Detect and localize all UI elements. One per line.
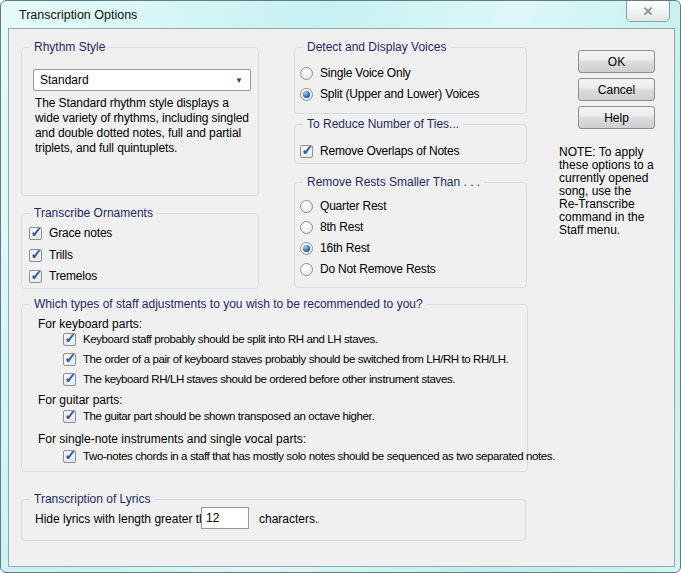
- checkbox-icon: [63, 333, 76, 346]
- radio-quarter-rest[interactable]: Quarter Rest: [300, 198, 386, 214]
- radio-icon: [300, 67, 313, 80]
- checkbox-label: The guitar part should be shown transpos…: [83, 410, 374, 422]
- keyboard-parts-heading: For keyboard parts:: [38, 317, 142, 331]
- checkbox-guitar-transpose-octave[interactable]: The guitar part should be shown transpos…: [63, 408, 374, 424]
- lyrics-length-input[interactable]: [201, 507, 249, 529]
- radio-8th-rest[interactable]: 8th Rest: [300, 219, 363, 235]
- checkbox-icon: [29, 249, 42, 262]
- guitar-parts-heading: For guitar parts:: [38, 393, 123, 407]
- reduce-ties-group-label: To Reduce Number of Ties...: [303, 117, 463, 131]
- checkbox-icon: [63, 373, 76, 386]
- checkbox-label: Grace notes: [49, 226, 112, 240]
- checkbox-trills[interactable]: Trills: [29, 247, 73, 263]
- checkbox-label: Keyboard staff probably should be split …: [83, 333, 378, 345]
- radio-single-voice-only[interactable]: Single Voice Only: [300, 65, 411, 81]
- checkbox-two-note-chords[interactable]: Two-notes chords in a staff that has mos…: [63, 448, 555, 464]
- radio-label: Do Not Remove Rests: [320, 262, 436, 276]
- note-text: NOTE: To apply these options to a curren…: [559, 146, 675, 237]
- radio-icon: [300, 200, 313, 213]
- radio-icon: [300, 263, 313, 276]
- checkbox-remove-overlaps[interactable]: Remove Overlaps of Notes: [300, 143, 459, 159]
- help-button[interactable]: Help: [578, 106, 655, 129]
- ok-button[interactable]: OK: [578, 50, 655, 73]
- checkbox-keyboard-switch-order[interactable]: The order of a pair of keyboard staves p…: [63, 351, 508, 367]
- checkbox-icon: [300, 145, 313, 158]
- rhythm-style-description: The Standard rhythm style displays a wid…: [35, 96, 255, 156]
- chevron-down-icon: ▼: [235, 76, 243, 85]
- checkbox-tremelos[interactable]: Tremelos: [29, 268, 97, 284]
- checkbox-label: Remove Overlaps of Notes: [320, 144, 459, 158]
- radio-label: 8th Rest: [320, 220, 363, 234]
- cancel-button[interactable]: Cancel: [578, 78, 655, 101]
- checkbox-keyboard-split-rh-lh[interactable]: Keyboard staff probably should be split …: [63, 331, 378, 347]
- checkbox-grace-notes[interactable]: Grace notes: [29, 225, 112, 241]
- checkbox-icon: [63, 410, 76, 423]
- checkbox-label: Two-notes chords in a staff that has mos…: [83, 450, 555, 462]
- single-note-parts-heading: For single-note instruments and single v…: [38, 432, 306, 446]
- radio-split-voices[interactable]: Split (Upper and Lower) Voices: [300, 86, 479, 102]
- radio-icon: [300, 221, 313, 234]
- remove-rests-group-label: Remove Rests Smaller Than . . .: [303, 175, 484, 189]
- checkbox-label: Trills: [49, 248, 73, 262]
- radio-icon: [300, 88, 313, 101]
- checkbox-keyboard-order-first[interactable]: The keyboard RH/LH staves should be orde…: [63, 371, 455, 387]
- radio-icon: [300, 242, 313, 255]
- checkbox-icon: [29, 270, 42, 283]
- rhythm-style-combo-value: Standard: [40, 73, 89, 87]
- radio-do-not-remove-rests[interactable]: Do Not Remove Rests: [300, 261, 436, 277]
- checkbox-label: The keyboard RH/LH staves should be orde…: [83, 373, 455, 385]
- radio-label: Split (Upper and Lower) Voices: [320, 87, 479, 101]
- lyrics-prefix-label: Hide lyrics with length greater than:: [35, 512, 222, 526]
- radio-label: Quarter Rest: [320, 199, 386, 213]
- rhythm-style-group-label: Rhythm Style: [30, 40, 109, 54]
- radio-16th-rest[interactable]: 16th Rest: [300, 240, 370, 256]
- lyrics-suffix-label: characters.: [259, 512, 318, 526]
- checkbox-label: The order of a pair of keyboard staves p…: [83, 353, 508, 365]
- rhythm-style-combobox[interactable]: Standard ▼: [33, 69, 251, 91]
- radio-label: Single Voice Only: [320, 66, 411, 80]
- checkbox-label: Tremelos: [49, 269, 97, 283]
- detect-voices-group-label: Detect and Display Voices: [303, 40, 450, 54]
- lyrics-group-label: Transcription of Lyrics: [30, 492, 154, 506]
- radio-label: 16th Rest: [320, 241, 370, 255]
- checkbox-icon: [63, 353, 76, 366]
- transcription-options-dialog: Transcription Options ✕ Rhythm Style Sta…: [0, 0, 681, 573]
- staff-adjustments-group-label: Which types of staff adjustments to you …: [30, 297, 427, 311]
- checkbox-icon: [63, 450, 76, 463]
- transcribe-ornaments-group-label: Transcribe Ornaments: [30, 206, 157, 220]
- checkbox-icon: [29, 227, 42, 240]
